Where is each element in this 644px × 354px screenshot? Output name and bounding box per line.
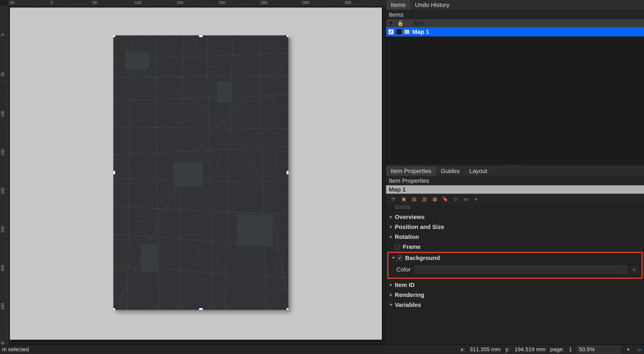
resize-handle-s[interactable] (199, 308, 203, 310)
resize-handle-sw[interactable] (113, 308, 115, 310)
resize-handle-w[interactable] (113, 171, 115, 174)
background-color-label: Color (396, 266, 411, 273)
tab-layout[interactable]: Layout (464, 166, 492, 176)
zoom-value: 50.5% (579, 346, 595, 352)
layout-viewport[interactable] (8, 6, 386, 344)
disclosure-icon (390, 225, 392, 228)
status-y-value: 194.519 mm (514, 346, 546, 352)
status-page-value: 1 (569, 346, 572, 352)
resize-handle-n[interactable] (199, 36, 203, 38)
svg-rect-4 (237, 214, 272, 246)
section-grids-label: Grids (395, 204, 410, 210)
section-variables[interactable]: Variables (386, 300, 644, 310)
lock-icon: 🔒 (397, 20, 404, 26)
item-properties-header: Map 1 (386, 185, 644, 194)
resize-handle-ne[interactable] (286, 36, 288, 38)
section-position-size[interactable]: Position and Size (386, 222, 644, 232)
disclosure-icon (392, 257, 395, 259)
svg-rect-3 (173, 163, 203, 186)
data-defined-override-icon[interactable]: ⎙ (631, 266, 637, 273)
section-item-id-label: Item ID (395, 282, 415, 288)
svg-rect-5 (141, 244, 159, 272)
bookmark-icon[interactable]: 🔖 (442, 196, 448, 202)
resize-handle-nw[interactable] (113, 36, 115, 38)
section-item-id[interactable]: Item ID (386, 280, 644, 290)
map-icon (404, 30, 410, 34)
item-properties-title: Item Properties (386, 176, 644, 185)
tab-items[interactable]: Items (386, 0, 410, 10)
section-rendering-label: Rendering (395, 292, 424, 298)
section-background-label: Background (405, 254, 440, 261)
background-highlight: ✓ Background Color ⎙ (387, 252, 643, 279)
tab-undo-history[interactable]: Undo History (410, 0, 454, 10)
status-x-label: x: (461, 346, 465, 352)
status-page-label: page: (550, 346, 564, 352)
status-selection: m selected (2, 346, 29, 352)
extent-layer-icon[interactable]: ▥ (421, 196, 428, 202)
tab-item-properties[interactable]: Item Properties (386, 166, 436, 176)
layout-canvas[interactable]: -50050100150200250300350400 050100150200… (0, 0, 386, 344)
items-header-item-label: Item (413, 20, 424, 26)
disclosure-icon (390, 284, 392, 286)
extent-canvas-icon[interactable]: ▣ (400, 196, 407, 202)
section-variables-label: Variables (395, 302, 421, 308)
disclosure-icon (390, 304, 392, 306)
disclosure-icon (390, 293, 392, 296)
section-rotation[interactable]: Rotation (386, 232, 644, 242)
section-frame-label: Frame (403, 244, 421, 250)
item-lock-swatch[interactable] (396, 29, 402, 34)
interactive-edit-icon[interactable]: ▭ (462, 196, 469, 202)
item-visibility-checkbox[interactable]: ✓ (388, 29, 394, 34)
section-frame[interactable]: Frame (386, 242, 644, 252)
items-list[interactable]: ✓ Map 1 (386, 27, 644, 164)
item-properties-body[interactable]: Grids Overviews Position and Size Rotati… (386, 204, 644, 344)
zoom-input[interactable]: 50.5% (577, 346, 620, 353)
section-rotation-label: Rotation (395, 234, 419, 240)
status-bar: m selected x: 311.355 mm y: 194.519 mm p… (0, 344, 644, 354)
disclosure-icon (390, 235, 392, 238)
ruler-horizontal[interactable]: -50050100150200250300350400 (8, 0, 386, 6)
map-item[interactable] (113, 36, 288, 310)
section-position-label: Position and Size (395, 224, 444, 230)
resize-handle-e[interactable] (286, 171, 288, 174)
extent-saved-icon[interactable]: ▤ (411, 196, 418, 202)
items-list-header: 👁 🔒 Item (386, 19, 644, 27)
svg-rect-2 (217, 81, 231, 103)
background-checkbox[interactable]: ✓ (397, 255, 402, 260)
panel-splitter[interactable] (386, 164, 644, 166)
item-row-label: Map 1 (412, 28, 429, 35)
items-panel-tabs: Items Undo History (386, 0, 644, 10)
layout-page[interactable] (10, 8, 382, 340)
zoom-full-icon[interactable]: ▭ (636, 346, 642, 352)
section-background[interactable]: ✓ Background (388, 253, 642, 263)
resize-handle-se[interactable] (286, 308, 288, 310)
item-row-map1[interactable]: ✓ Map 1 (386, 27, 644, 36)
section-overviews[interactable]: Overviews (386, 212, 644, 222)
properties-panel-tabs: Item Properties Guides Layout (386, 166, 644, 176)
section-overviews-label: Overviews (395, 214, 425, 220)
map-properties-toolbar: ⟳ ▣ ▤ ▥ ▦ 🔖 ◇ ▭ ● (386, 194, 644, 204)
section-grids[interactable]: Grids (386, 204, 644, 212)
status-x-value: 311.355 mm (470, 346, 500, 352)
frame-checkbox[interactable] (395, 244, 400, 250)
ruler-vertical[interactable]: 050100150200250300350400 (0, 6, 8, 344)
extent-selection-icon[interactable]: ▦ (432, 196, 438, 202)
items-panel-title: Items (386, 10, 644, 19)
zoom-dropdown-icon[interactable]: ▾ (625, 346, 631, 352)
background-color-button[interactable] (414, 266, 627, 273)
clip-icon[interactable]: ◇ (452, 196, 459, 202)
disclosure-icon (390, 216, 392, 218)
background-color-row: Color ⎙ (388, 263, 642, 278)
labeling-icon[interactable]: ● (473, 196, 480, 202)
status-y-label: y: (505, 346, 510, 352)
refresh-icon[interactable]: ⟳ (390, 196, 397, 202)
svg-rect-1 (125, 51, 149, 69)
section-rendering[interactable]: Rendering (386, 290, 644, 300)
eye-icon: 👁 (388, 20, 394, 26)
tab-guides[interactable]: Guides (436, 166, 464, 176)
